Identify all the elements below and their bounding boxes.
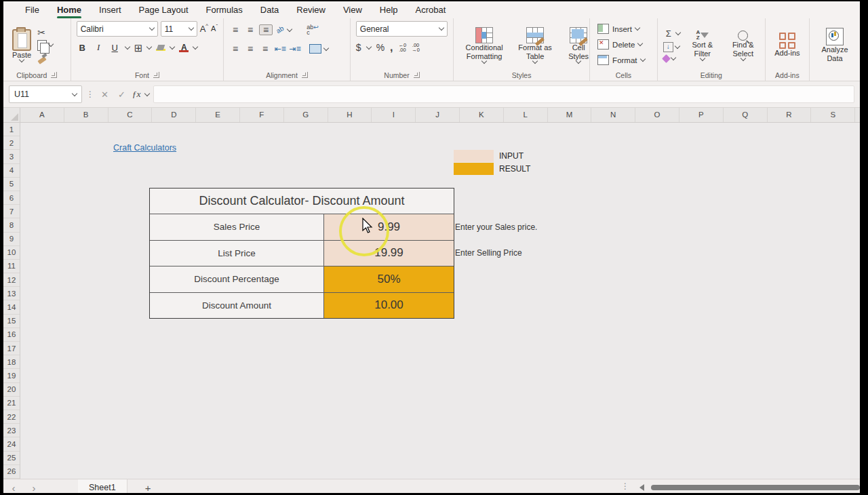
font-dialog-launcher[interactable] bbox=[153, 72, 159, 78]
row-header-19[interactable]: 19 bbox=[3, 369, 20, 382]
column-header-D[interactable]: D bbox=[152, 108, 196, 122]
font-size-select[interactable]: 11 bbox=[161, 21, 197, 37]
column-header-O[interactable]: O bbox=[635, 108, 679, 122]
scrollbar-splitter[interactable]: ⋮ bbox=[621, 481, 629, 491]
analyze-data-button[interactable]: Analyze Data bbox=[815, 26, 854, 64]
align-center-icon[interactable]: ≡ bbox=[244, 44, 256, 54]
row-header-7[interactable]: 7 bbox=[3, 205, 20, 218]
sort-filter-button[interactable]: AZ Sort & Filter bbox=[684, 28, 721, 62]
sales-price-note[interactable]: Enter your Sales price. bbox=[455, 222, 537, 232]
number-dialog-launcher[interactable] bbox=[414, 72, 420, 78]
format-as-table-button[interactable]: Format as Table bbox=[512, 26, 558, 64]
row-header-6[interactable]: 6 bbox=[3, 191, 20, 205]
column-header-P[interactable]: P bbox=[679, 108, 724, 122]
italic-button[interactable]: I bbox=[93, 42, 104, 53]
column-header-F[interactable]: F bbox=[240, 108, 284, 122]
currency-icon[interactable]: $ bbox=[356, 43, 361, 52]
craft-calculators-link[interactable]: Craft Calculators bbox=[113, 143, 176, 153]
borders-icon[interactable]: ⊞ bbox=[134, 43, 143, 53]
fill-color-icon[interactable] bbox=[156, 45, 165, 51]
decrease-indent-icon[interactable]: ⇤≡ bbox=[274, 45, 286, 53]
scroll-left-icon[interactable] bbox=[639, 484, 644, 491]
borders-menu-icon[interactable] bbox=[146, 43, 152, 49]
tab-review[interactable]: Review bbox=[288, 3, 334, 18]
find-select-button[interactable]: Find & Select bbox=[725, 29, 762, 62]
row-header-26[interactable]: 26 bbox=[3, 465, 20, 479]
clear-icon[interactable] bbox=[662, 54, 671, 63]
enter-icon[interactable]: ✓ bbox=[115, 90, 128, 100]
tab-home[interactable]: Home bbox=[49, 3, 90, 18]
row-header-8[interactable]: 8 bbox=[3, 218, 20, 232]
font-color-menu-icon[interactable] bbox=[193, 43, 198, 49]
formula-bar-expand-icon[interactable] bbox=[144, 90, 149, 96]
row-header-5[interactable]: 5 bbox=[3, 178, 20, 191]
discount-amount-value-cell[interactable]: 10.00 bbox=[324, 293, 454, 319]
formula-input[interactable] bbox=[153, 85, 854, 103]
tab-insert[interactable]: Insert bbox=[91, 3, 130, 18]
row-header-9[interactable]: 9 bbox=[3, 233, 20, 246]
row-header-3[interactable]: 3 bbox=[3, 150, 20, 163]
decrease-font-icon[interactable]: A bbox=[211, 25, 216, 33]
name-box-splitter[interactable]: ⋮ bbox=[86, 90, 94, 99]
clipboard-dialog-launcher[interactable] bbox=[51, 72, 57, 78]
format-cells-button[interactable]: Format bbox=[595, 52, 652, 68]
row-header-22[interactable]: 22 bbox=[3, 410, 20, 424]
row-header-24[interactable]: 24 bbox=[3, 437, 20, 451]
delete-cells-button[interactable]: Delete bbox=[595, 37, 652, 52]
autosum-icon[interactable]: Σ bbox=[663, 28, 674, 39]
column-header-J[interactable]: J bbox=[416, 108, 460, 122]
row-label-cell[interactable]: Discount Percentage bbox=[150, 266, 324, 292]
column-header-G[interactable]: G bbox=[284, 108, 328, 122]
conditional-formatting-button[interactable]: Conditional Formatting bbox=[459, 26, 509, 64]
tab-page-layout[interactable]: Page Layout bbox=[131, 3, 197, 18]
alignment-dialog-launcher[interactable] bbox=[302, 72, 308, 78]
align-right-icon[interactable]: ≡ bbox=[259, 44, 271, 54]
insert-function-icon[interactable]: ƒx bbox=[132, 89, 141, 100]
cancel-icon[interactable]: ✕ bbox=[98, 90, 111, 100]
column-header-E[interactable]: E bbox=[196, 108, 240, 122]
addins-button[interactable]: Add-ins bbox=[771, 31, 803, 59]
number-format-select[interactable]: General bbox=[356, 21, 448, 37]
column-header-K[interactable]: K bbox=[460, 108, 504, 122]
row-header-1[interactable]: 1 bbox=[3, 123, 20, 136]
align-left-icon[interactable]: ≡ bbox=[229, 44, 241, 54]
column-header-H[interactable]: H bbox=[328, 108, 372, 122]
tab-acrobat[interactable]: Acrobat bbox=[408, 3, 454, 18]
next-sheet-icon[interactable]: › bbox=[24, 482, 44, 494]
currency-menu-icon[interactable] bbox=[366, 43, 371, 49]
row-label-cell[interactable]: List Price bbox=[150, 241, 324, 266]
increase-indent-icon[interactable]: ⇥≡ bbox=[289, 45, 301, 53]
row-header-25[interactable]: 25 bbox=[3, 452, 20, 465]
row-header-21[interactable]: 21 bbox=[3, 397, 20, 410]
row-header-18[interactable]: 18 bbox=[3, 355, 20, 369]
wrap-text-icon[interactable]: ab↩c bbox=[307, 24, 319, 35]
tab-formulas[interactable]: Formulas bbox=[198, 3, 251, 18]
row-header-14[interactable]: 14 bbox=[3, 300, 20, 314]
orientation-menu-icon[interactable] bbox=[287, 26, 292, 31]
column-header-R[interactable]: R bbox=[768, 108, 812, 122]
name-box[interactable]: U11 bbox=[9, 85, 82, 103]
row-header-16[interactable]: 16 bbox=[3, 328, 20, 342]
row-header-2[interactable]: 2 bbox=[3, 136, 20, 150]
decrease-decimal-icon[interactable]: .00→0 bbox=[412, 43, 420, 53]
cut-icon[interactable]: ✂ bbox=[37, 28, 53, 37]
horizontal-scrollbar-thumb[interactable] bbox=[651, 485, 860, 490]
sheet-canvas[interactable]: Craft Calculators INPUT RESULT Discount … bbox=[20, 123, 860, 479]
row-header-15[interactable]: 15 bbox=[3, 315, 20, 328]
paste-button[interactable]: Paste bbox=[9, 28, 35, 63]
row-header-4[interactable]: 4 bbox=[3, 164, 20, 178]
new-sheet-button[interactable]: + bbox=[127, 482, 169, 494]
legend-result-swatch[interactable] bbox=[454, 163, 494, 175]
row-header-11[interactable]: 11 bbox=[3, 260, 20, 273]
row-header-13[interactable]: 13 bbox=[3, 287, 20, 300]
percent-icon[interactable]: % bbox=[376, 43, 384, 52]
column-header-A[interactable]: A bbox=[20, 108, 64, 122]
fill-icon[interactable]: ↓ bbox=[663, 42, 673, 52]
discount-percentage-value-cell[interactable]: 50% bbox=[324, 266, 454, 292]
increase-font-icon[interactable]: A bbox=[200, 24, 206, 33]
column-header-S[interactable]: S bbox=[811, 108, 855, 122]
worksheet-grid[interactable]: 1234567891011121314151617181920212223242… bbox=[3, 123, 860, 479]
merge-menu-icon[interactable] bbox=[323, 45, 329, 50]
tab-data[interactable]: Data bbox=[252, 3, 287, 18]
align-top-icon[interactable]: ≡ bbox=[229, 25, 241, 35]
